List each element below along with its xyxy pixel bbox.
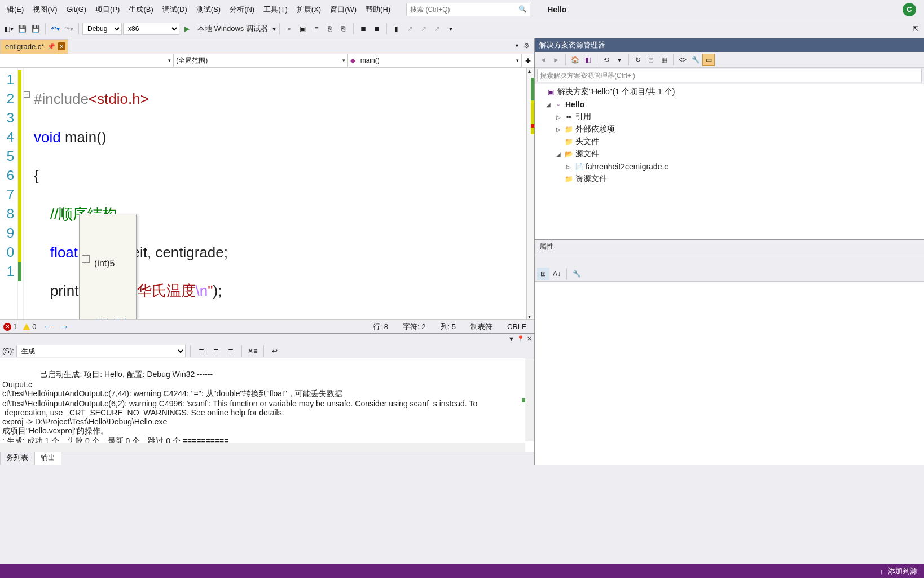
tab-tasklist[interactable]: 务列表 xyxy=(0,450,34,465)
outdent-icon[interactable]: ≣ xyxy=(371,23,383,35)
props-categorized-icon[interactable]: ⊞ xyxy=(537,268,549,280)
output-icon-1[interactable]: ≣ xyxy=(195,345,208,357)
split-editor-icon[interactable]: ✚ xyxy=(522,54,534,67)
close-icon[interactable]: ✕ xyxy=(58,42,65,50)
toolbar-icon-3[interactable]: ≡ xyxy=(310,23,323,35)
menu-tools[interactable]: 工具(T) xyxy=(259,2,292,17)
toolbar-icon-5[interactable]: ⎘ xyxy=(337,23,350,35)
tree-project[interactable]: ◢▫Hello xyxy=(537,98,922,111)
se-fwd-icon[interactable]: ► xyxy=(550,54,562,66)
menu-extensions[interactable]: 扩展(X) xyxy=(292,2,325,17)
se-properties-icon[interactable]: 🔧 xyxy=(689,54,702,66)
menu-analyze[interactable]: 分析(N) xyxy=(225,2,259,17)
toolbar-icon-6[interactable]: ↗ xyxy=(404,23,416,35)
add-to-source-button[interactable]: 添加到源 xyxy=(888,566,917,576)
config-dropdown[interactable]: Debug xyxy=(82,23,122,35)
se-filter-icon[interactable]: ▾ xyxy=(613,54,626,66)
tab-dropdown-icon[interactable]: ▼ xyxy=(514,43,520,49)
menu-help[interactable]: 帮助(H) xyxy=(361,2,395,17)
source-control-up-icon[interactable]: ↑ xyxy=(880,567,884,576)
play-icon[interactable]: ▶ xyxy=(181,23,193,35)
share-icon[interactable]: ⇱ xyxy=(909,23,922,35)
fold-icon[interactable]: − xyxy=(24,91,30,98)
menu-window[interactable]: 窗口(W) xyxy=(325,2,361,17)
se-collapse-icon[interactable]: ⊟ xyxy=(645,54,657,66)
toolbar-icon-2[interactable]: ▣ xyxy=(297,23,309,35)
props-wrench-icon[interactable]: 🔧 xyxy=(570,268,583,280)
tree-resources[interactable]: 📁资源文件 xyxy=(537,173,922,185)
user-avatar[interactable]: C xyxy=(903,3,916,16)
global-search[interactable]: 🔍 xyxy=(406,3,530,16)
menu-view[interactable]: 视图(V) xyxy=(28,2,61,17)
tree-headers[interactable]: 📁头文件 xyxy=(537,135,922,148)
scroll-up-icon[interactable]: ▴ xyxy=(528,68,531,74)
se-code-icon[interactable]: <> xyxy=(676,54,689,66)
scroll-down-icon[interactable]: ▾ xyxy=(528,313,531,319)
se-sync-icon[interactable]: ⟲ xyxy=(600,54,613,66)
scrollbar-v[interactable] xyxy=(525,358,534,441)
tree-solution[interactable]: ▣解决方案"Hello"(1 个项目/共 1 个) xyxy=(537,86,922,98)
search-input[interactable] xyxy=(410,3,516,16)
nav-back-icon[interactable]: ← xyxy=(42,322,53,332)
save-all-icon[interactable]: 💾 xyxy=(29,23,42,35)
menu-debug[interactable]: 调试(D) xyxy=(158,2,192,17)
output-source-dropdown[interactable]: 生成 xyxy=(16,345,186,357)
tree-sources[interactable]: ◢📂源文件 xyxy=(537,148,922,160)
undo-icon[interactable]: ↶▾ xyxy=(49,23,61,35)
indent-icon[interactable]: ≣ xyxy=(357,23,369,35)
tree-external-deps[interactable]: ▷📁外部依赖项 xyxy=(537,123,922,135)
save-icon[interactable]: 💾 xyxy=(16,23,28,35)
scrollbar-h[interactable] xyxy=(0,443,525,452)
platform-dropdown[interactable]: x86 xyxy=(123,23,179,35)
nav-fwd-icon[interactable]: → xyxy=(59,322,70,332)
pin-icon[interactable]: 📌 xyxy=(47,43,55,50)
se-refresh-icon[interactable]: ↻ xyxy=(632,54,644,66)
properties-grid[interactable] xyxy=(535,282,924,465)
tree-source-file[interactable]: ▷📄fahrenheit2centigrade.c xyxy=(537,160,922,173)
error-count[interactable]: ✕1 xyxy=(3,322,17,331)
se-home-icon[interactable]: 🏠 xyxy=(569,54,581,66)
gear-icon[interactable]: ⚙ xyxy=(523,42,530,50)
se-preview-icon[interactable]: ▭ xyxy=(702,54,715,66)
redo-icon[interactable]: ↷▾ xyxy=(63,23,75,35)
menu-test[interactable]: 测试(S) xyxy=(192,2,225,17)
tree-references[interactable]: ▷▪▪引用 xyxy=(537,111,922,123)
solution-tree[interactable]: ▣解决方案"Hello"(1 个项目/共 1 个) ◢▫Hello ▷▪▪引用 … xyxy=(535,84,924,239)
toolbar-overflow-icon[interactable]: ▾ xyxy=(445,23,457,35)
eol-mode[interactable]: CRLF xyxy=(503,322,531,331)
tab-output[interactable]: 输出 xyxy=(34,450,61,465)
output-clear-icon[interactable]: ✕≡ xyxy=(247,345,259,357)
solution-search-input[interactable]: 搜索解决方案资源管理器(Ctrl+;) xyxy=(537,69,922,82)
menu-project[interactable]: 项目(P) xyxy=(91,2,124,17)
code-area[interactable]: #include<stdio.h> void main() { //顺序结构 f… xyxy=(32,68,526,319)
output-icon-3[interactable]: ≣ xyxy=(225,345,237,357)
se-switch-icon[interactable]: ◧ xyxy=(582,54,594,66)
bookmark-icon[interactable]: ▮ xyxy=(390,23,403,35)
navbar-scope-dropdown[interactable]: (全局范围) xyxy=(174,54,347,67)
navbar-member-dropdown[interactable]: ◆main() xyxy=(348,54,522,67)
menu-edit[interactable]: 辑(E) xyxy=(2,2,28,17)
navbar-project-dropdown[interactable] xyxy=(0,54,174,67)
toolbar-icon-1[interactable]: ▫ xyxy=(283,23,296,35)
se-back-icon[interactable]: ◄ xyxy=(537,54,549,66)
code-editor[interactable]: 1 2 3 4 5 6 7 8 9 0 1 − #include<stdio.h… xyxy=(0,68,534,319)
se-show-all-icon[interactable]: ▦ xyxy=(658,54,670,66)
toolbar-icon-8[interactable]: ↗ xyxy=(431,23,443,35)
panel-pin-icon[interactable]: 📍 xyxy=(517,335,525,343)
toolbar-icon-7[interactable]: ↗ xyxy=(417,23,430,35)
menu-build[interactable]: 生成(B) xyxy=(124,2,157,17)
indent-mode[interactable]: 制表符 xyxy=(466,322,497,332)
output-icon-2[interactable]: ≣ xyxy=(210,345,222,357)
new-item-icon[interactable]: ◧▾ xyxy=(2,23,15,35)
debug-target-button[interactable]: 本地 Windows 调试器 xyxy=(194,24,271,34)
panel-close-icon[interactable]: ✕ xyxy=(527,335,532,343)
tooltip-search-link[interactable]: 联机搜索 xyxy=(80,313,136,319)
menu-git[interactable]: Git(G) xyxy=(62,3,91,16)
warning-count[interactable]: 0 xyxy=(23,322,36,331)
panel-dropdown-icon[interactable]: ▼ xyxy=(508,335,514,342)
document-tab[interactable]: entigrade.c* 📌 ✕ xyxy=(0,39,68,54)
props-alpha-icon[interactable]: A↓ xyxy=(551,268,563,280)
toolbar-icon-4[interactable]: ⎘ xyxy=(324,23,336,35)
overview-ruler[interactable]: ▴ ▾ xyxy=(526,68,534,319)
output-wrap-icon[interactable]: ↩ xyxy=(269,345,281,357)
